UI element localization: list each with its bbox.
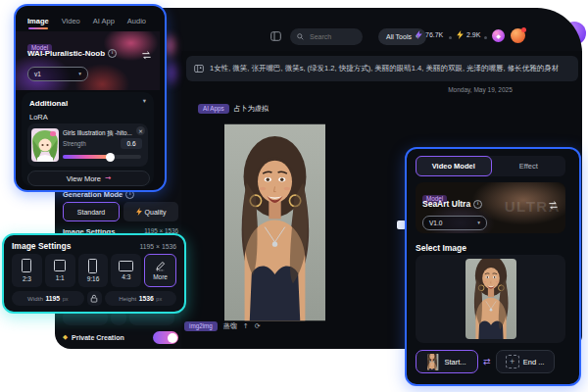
membership-gem-icon[interactable]: ◆ — [492, 29, 505, 42]
credit-yellow-value: 2.9K — [466, 31, 480, 38]
ratio-2-3-label: 2:3 — [23, 275, 31, 282]
generated-image[interactable] — [224, 122, 325, 323]
ai-apps-badge[interactable]: AI Apps — [198, 104, 229, 114]
image-settings-head: Image Settings 1195 × 1536 — [12, 241, 176, 251]
ratio-9-16-label: 9:16 — [87, 275, 100, 282]
ratio-2-3-button[interactable]: 2:3 — [12, 254, 42, 287]
lock-ratio-button[interactable] — [87, 291, 102, 306]
ratio-1-1-label: 1:1 — [56, 274, 65, 281]
chevron-down-icon: ▾ — [78, 72, 81, 77]
view-more-label: View More — [67, 174, 101, 183]
tab-image[interactable]: Image — [27, 17, 49, 25]
mode-standard-button[interactable]: Standard — [63, 202, 120, 221]
model-card[interactable]: Model WAI-Pluralistic-Noob i v1 ▾ — [16, 31, 160, 90]
main-nav: Image Video AI App Audio — [27, 12, 159, 29]
selected-image-box[interactable] — [416, 255, 565, 343]
slider-knob[interactable] — [106, 153, 115, 162]
mode-quality-button[interactable]: Quality — [123, 202, 178, 221]
video-model-name-row: SeaArt Ultra i — [422, 199, 482, 209]
app-title: 占卜为虚拟 — [234, 104, 269, 114]
lora-card[interactable]: Girls Illustration 插 -hito... × Strength… — [27, 123, 148, 167]
upload-icon[interactable]: ↑ — [243, 323, 249, 330]
info-icon[interactable]: i — [473, 200, 482, 209]
view-more-button[interactable]: View More → — [27, 171, 150, 186]
width-label: Width — [27, 295, 43, 302]
width-value: 1195 — [45, 295, 60, 302]
ratio-2-3-shape — [22, 259, 31, 272]
switch-model-icon[interactable] — [548, 200, 559, 211]
width-height-row: Width 1195 px Height 1536 px — [12, 291, 176, 306]
generation-mode-switch: Standard Quality — [63, 202, 178, 221]
app-tag-row: AI Apps 占卜为虚拟 — [198, 104, 269, 114]
frame-buttons-row: Start... ⇄ + End ... — [416, 349, 565, 374]
collapse-chevron-icon[interactable]: ▾ — [143, 98, 146, 105]
divider-dot — [484, 36, 487, 39]
lora-section-label: LoRA — [29, 113, 48, 122]
model-name: WAI-Pluralistic-Noob — [27, 49, 105, 58]
gem-glyph: ◆ — [496, 33, 501, 39]
prompt-bar[interactable]: 1女性, 微笑, 张开嘴巴, 微笑s, (绿发1.2, 快捷方式), 美丽的眼睛… — [186, 56, 578, 81]
ratio-1-1-button[interactable]: 1:1 — [45, 254, 75, 287]
height-input[interactable]: Height 1536 px — [105, 291, 177, 306]
img2img-badge[interactable]: img2img — [184, 321, 218, 331]
width-unit: px — [63, 296, 69, 302]
strength-value[interactable]: 0.6 — [121, 138, 142, 149]
toggle-knob — [168, 333, 177, 343]
model-version-dropdown[interactable]: v1 ▾ — [27, 67, 88, 81]
vip-diamond-icon: ◆ — [63, 334, 68, 341]
video-model-version: V1.0 — [429, 220, 442, 226]
tab-video-model[interactable]: Video Model — [416, 156, 492, 176]
lora-thumbnail — [31, 128, 59, 162]
ratio-9-16-button[interactable]: 9:16 — [78, 254, 109, 287]
divider-dot — [449, 36, 452, 39]
strength-slider[interactable] — [63, 155, 141, 159]
ratio-4-3-button[interactable]: 4:3 — [111, 254, 141, 287]
tab-video-model-label: Video Model — [432, 162, 475, 171]
selected-image-thumbnail — [466, 259, 516, 339]
ratio-more-label: More — [153, 273, 168, 280]
tab-ai-app[interactable]: AI App — [93, 17, 115, 25]
slider-fill — [63, 155, 110, 159]
prompt-text: 1女性, 微笑, 张开嘴巴, 微笑s, (绿发1.2, 快捷方式), 美丽的眼睛… — [210, 64, 570, 74]
credit-purple-value: 76.7K — [425, 31, 443, 38]
ratio-1-1-shape — [54, 260, 66, 271]
height-label: Height — [119, 295, 136, 302]
start-frame-thumbnail — [427, 354, 440, 370]
ratio-9-16-shape — [88, 259, 97, 273]
arrow-right-icon: → — [105, 174, 111, 182]
video-model-name: SeaArt Ultra — [422, 199, 470, 209]
search-input[interactable] — [308, 32, 361, 41]
search-bar[interactable] — [290, 28, 363, 45]
tab-effect[interactable]: Effect — [492, 156, 566, 176]
tab-video[interactable]: Video — [62, 17, 80, 25]
start-frame-button[interactable]: Start... — [416, 350, 478, 373]
ratio-more-button[interactable]: More — [144, 254, 176, 287]
lock-icon — [90, 294, 98, 303]
video-tabs: Video Model Effect — [416, 156, 565, 176]
model-settings-panel: Image Video AI App Audio Model WAI-Plura… — [14, 4, 167, 192]
plus-icon: + — [510, 359, 515, 366]
add-end-frame-box: + — [506, 355, 519, 368]
select-image-label: Select Image — [416, 243, 466, 253]
redo-icon[interactable]: ⟳ — [255, 323, 261, 330]
ratio-4-3-label: 4:3 — [122, 273, 130, 280]
width-input[interactable]: Width 1195 px — [12, 291, 84, 306]
remove-lora-icon[interactable]: × — [136, 126, 145, 135]
date-divider: Monday, May 19, 2025 — [392, 86, 568, 93]
video-model-version-dropdown[interactable]: V1.0 ▾ — [422, 216, 487, 230]
tab-audio[interactable]: Audio — [127, 17, 146, 25]
model-version: v1 — [34, 71, 41, 77]
info-icon[interactable]: i — [108, 49, 117, 58]
credit-purple[interactable]: 76.7K — [416, 30, 443, 39]
search-icon — [297, 33, 304, 40]
switch-model-icon[interactable] — [141, 50, 152, 61]
height-unit: px — [156, 296, 162, 302]
private-creation-toggle[interactable] — [153, 331, 178, 344]
additional-title: Additional — [29, 99, 68, 108]
sidebar-collapse-icon[interactable] — [270, 31, 281, 41]
swap-frames-icon[interactable]: ⇄ — [483, 358, 491, 367]
video-model-card[interactable]: ULTRA Model SeaArt Ultra i V1.0 ▾ — [416, 182, 565, 233]
end-frame-button[interactable]: + End ... — [496, 350, 555, 373]
strength-label: Strength — [63, 140, 86, 147]
credit-yellow[interactable]: 2.9K — [457, 30, 480, 39]
